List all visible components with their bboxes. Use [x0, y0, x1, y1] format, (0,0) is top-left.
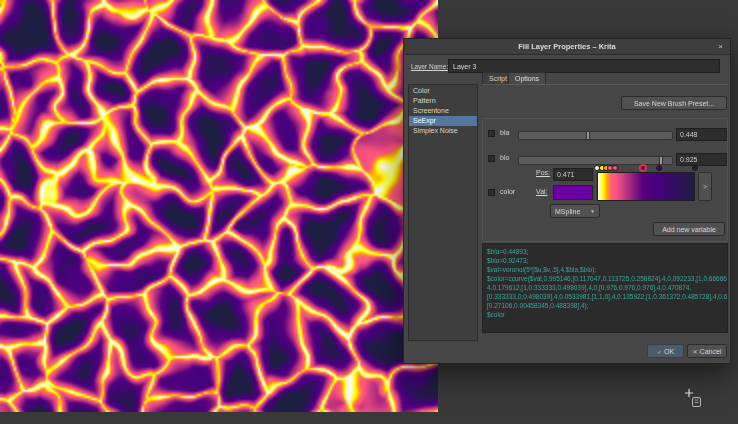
color-label: color — [500, 188, 515, 195]
layer-name-label: Layer Name: — [411, 63, 448, 70]
gradient-stop[interactable] — [656, 165, 662, 171]
list-item-color[interactable]: Color — [409, 86, 477, 96]
fill-layer-properties-dialog: Fill Layer Properties – Krita × Layer Na… — [403, 38, 731, 364]
pos-label: Pos: — [536, 169, 550, 176]
dropdown-arrow-icon: ▼ — [590, 208, 595, 214]
close-icon: × — [718, 42, 723, 51]
color-checkbox[interactable] — [488, 189, 495, 196]
cancel-button[interactable]: ✕ Cancel — [687, 344, 727, 358]
gradient-stop[interactable] — [612, 165, 618, 171]
list-item-pattern[interactable]: Pattern — [409, 96, 477, 106]
tab-pane-divider — [482, 84, 728, 85]
mouse-cursor-icon — [684, 388, 706, 410]
gradient-stop[interactable] — [640, 165, 646, 171]
save-new-brush-preset-button[interactable]: Save New Brush Preset... — [621, 96, 727, 110]
close-button[interactable]: × — [715, 41, 726, 52]
bla-slider-handle[interactable] — [586, 131, 590, 140]
gradient-next-button[interactable]: > — [698, 172, 712, 201]
bla-label: bla — [500, 129, 509, 136]
generator-list[interactable]: Color Pattern Screentone SeExpr Simplex … — [408, 84, 478, 341]
gradient-stop[interactable] — [692, 165, 698, 171]
interpolation-dropdown[interactable]: MSpline ▼ — [550, 204, 600, 218]
script-line: $color=ccurve($val,0.995146,[0.117647,0.… — [487, 274, 723, 283]
script-line: $bla=0.44893; — [487, 247, 723, 256]
canvas-preview[interactable] — [0, 0, 438, 412]
list-item-screentone[interactable]: Screentone — [409, 106, 477, 116]
chevron-right-icon: > — [703, 183, 707, 190]
script-line: [0.27106,0.00458345,0.488398],4); — [487, 301, 723, 310]
check-icon: ✓ — [657, 348, 662, 355]
script-line: $val=voronoi(5*[$u,$v,.5],4,$bla,$blo); — [487, 265, 723, 274]
dialog-title: Fill Layer Properties – Krita — [518, 42, 616, 51]
list-item-seexpr[interactable]: SeExpr — [409, 116, 477, 126]
bla-checkbox[interactable] — [488, 130, 495, 137]
layer-name-input[interactable] — [448, 59, 720, 73]
blo-checkbox[interactable] — [488, 155, 495, 162]
script-line: $color — [487, 310, 723, 319]
script-editor[interactable]: $bla=0.44893; $blo=0.92473; $val=voronoi… — [482, 243, 728, 333]
add-new-variable-button[interactable]: Add new variable — [653, 222, 725, 236]
x-icon: ✕ — [693, 348, 698, 355]
bla-slider[interactable] — [518, 131, 673, 140]
script-line: 4,0.179612,[1,0.333333,0.498039],4,0,[0.… — [487, 283, 723, 292]
list-item-simplex-noise[interactable]: Simplex Noise — [409, 126, 477, 136]
color-swatch[interactable] — [553, 185, 593, 200]
pos-input[interactable] — [553, 168, 593, 181]
blo-label: blo — [500, 154, 509, 161]
gradient-stops[interactable] — [597, 164, 695, 171]
val-label: Val: — [536, 188, 548, 195]
bla-value-input[interactable] — [676, 128, 727, 141]
script-line: $blo=0.92473; — [487, 256, 723, 265]
script-line: [0.333333,0,0.498039],4,0.0533981,[1,1,0… — [487, 292, 723, 301]
ok-button[interactable]: ✓ OK — [647, 344, 684, 358]
gradient-editor[interactable] — [597, 172, 695, 201]
dialog-titlebar[interactable]: Fill Layer Properties – Krita × — [404, 39, 730, 55]
